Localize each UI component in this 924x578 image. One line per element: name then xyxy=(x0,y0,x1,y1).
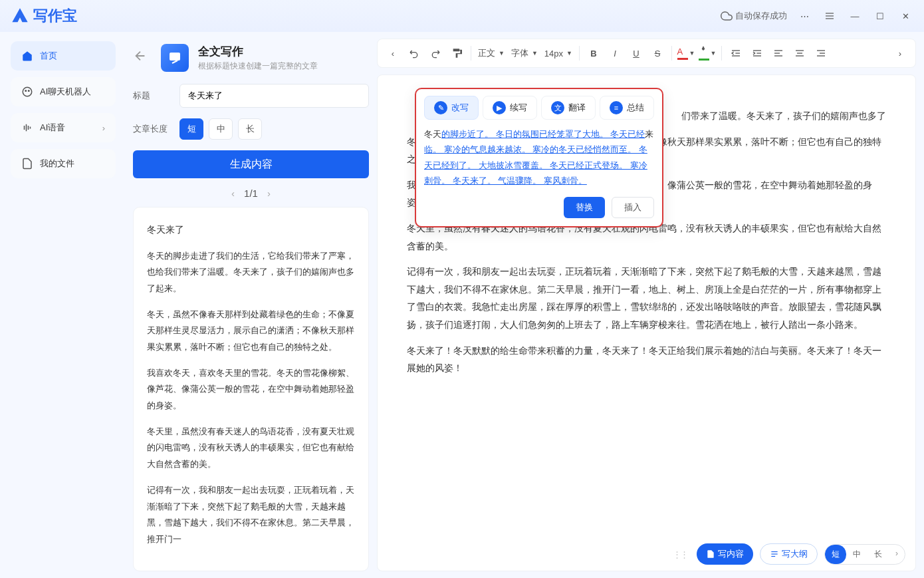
ai-tab-translate[interactable]: 文 翻译 xyxy=(541,96,596,120)
strikethrough-button[interactable]: S xyxy=(647,43,667,63)
close-icon[interactable]: ✕ xyxy=(897,8,913,24)
sidebar-item-label: 首页 xyxy=(40,50,57,62)
play-icon: ▶ xyxy=(493,101,506,114)
minimize-icon[interactable]: — xyxy=(847,8,863,24)
format-paint-button[interactable] xyxy=(447,43,467,63)
sidebar-item-label: 我的文件 xyxy=(40,158,74,170)
italic-button[interactable]: I xyxy=(605,43,625,63)
preview-card: 冬天来了 冬天的脚步走进了我们的生活，它给我们带来了严寒，也给我们带来了温暖。冬… xyxy=(133,207,369,571)
align-left-button[interactable] xyxy=(768,43,788,63)
length-mini-selector[interactable]: 短 中 长 › xyxy=(824,544,905,565)
preview-para: 冬天的脚步走进了我们的生活，它给我们带来了严寒，也给我们带来了温暖。冬天来了，孩… xyxy=(147,248,355,297)
toolbar-scroll-right[interactable]: › xyxy=(890,43,910,63)
maximize-icon[interactable]: ☐ xyxy=(872,8,888,24)
toolbar-scroll-left[interactable]: ‹ xyxy=(383,43,403,63)
ai-suggestion-popup: ✎ 改写 ▶ 续写 文 翻译 ≡ 总结 冬天的脚步近了。 冬日的氛围已经笼罩了大… xyxy=(415,88,663,227)
sidebar-item-label: AI语音 xyxy=(40,122,65,134)
sidebar-item-home[interactable]: 首页 xyxy=(11,41,116,71)
feature-icon xyxy=(161,44,189,72)
redo-button[interactable] xyxy=(425,43,445,63)
preview-para: 冬天里，虽然没有春天迷人的鸟语花香，没有夏天壮观的闪电雷鸣，没有秋天诱人的丰硕果… xyxy=(147,424,355,473)
summary-icon: ≡ xyxy=(610,101,623,114)
write-outline-button[interactable]: 写大纲 xyxy=(760,543,818,565)
underline-button[interactable]: U xyxy=(626,43,646,63)
bold-button[interactable]: B xyxy=(584,43,604,63)
menu-icon[interactable] xyxy=(822,8,838,24)
ai-suggestion-text: 冬天的脚步近了。 冬日的氛围已经笼罩了大地。 冬天已经来临。 寒冷的气息越来越浓… xyxy=(424,126,654,189)
generate-button[interactable]: 生成内容 xyxy=(133,150,369,178)
text-color-button[interactable]: A▼ xyxy=(676,43,696,63)
svg-point-4 xyxy=(25,90,27,92)
paragraph-style-select[interactable]: 正文▼ xyxy=(475,43,507,63)
length-mid-button[interactable]: 中 xyxy=(209,118,233,140)
font-family-select[interactable]: 字体▼ xyxy=(509,43,540,63)
chevron-right-icon: › xyxy=(102,123,105,133)
svg-point-5 xyxy=(29,90,30,92)
length-long-button[interactable]: 长 xyxy=(238,118,262,140)
ai-tab-continue[interactable]: ▶ 续写 xyxy=(483,96,537,120)
panel-title: 全文写作 xyxy=(198,44,318,59)
sidebar-item-label: AI聊天机器人 xyxy=(40,86,91,98)
chevron-right-icon[interactable]: › xyxy=(889,545,905,564)
pencil-icon: ✎ xyxy=(434,101,447,114)
highlight-color-button[interactable]: ▼ xyxy=(697,43,717,63)
sidebar-item-voice[interactable]: AI语音 › xyxy=(11,113,116,142)
editor-para: 记得有一次，我和朋友一起出去玩耍，正玩着玩着，天渐渐暗了下来，突然下起了鹅毛般的… xyxy=(407,263,886,333)
drag-handle-icon[interactable]: ⋮⋮ xyxy=(670,549,690,559)
length-mini-mid[interactable]: 中 xyxy=(846,545,867,564)
indent-increase-button[interactable] xyxy=(747,43,767,63)
replace-button[interactable]: 替换 xyxy=(564,197,605,218)
title-input[interactable] xyxy=(179,84,369,108)
sidebar-item-chatbot[interactable]: AI聊天机器人 xyxy=(11,77,116,106)
autosave-status: 自动保存成功 xyxy=(721,10,787,22)
undo-button[interactable] xyxy=(404,43,424,63)
align-right-button[interactable] xyxy=(811,43,831,63)
svg-point-3 xyxy=(23,87,32,96)
pager-next[interactable]: › xyxy=(267,188,271,199)
app-logo: 写作宝 xyxy=(11,6,77,26)
title-label: 标题 xyxy=(133,90,179,102)
preview-para: 记得有一次，我和朋友一起出去玩耍，正玩着玩着，天渐渐暗了下来，突然下起了鹅毛般的… xyxy=(147,482,355,548)
preview-para: 我喜欢冬天，喜欢冬天里的雪花。冬天的雪花像柳絮、像芦花、像蒲公英一般的雪花，在空… xyxy=(147,365,355,414)
ai-tab-rewrite[interactable]: ✎ 改写 xyxy=(424,96,479,120)
pager-indicator: 1/1 xyxy=(244,188,258,199)
length-short-button[interactable]: 短 xyxy=(179,118,203,140)
back-button[interactable] xyxy=(133,49,152,67)
svg-rect-10 xyxy=(170,53,180,61)
translate-icon: 文 xyxy=(551,101,564,114)
length-mini-short[interactable]: 短 xyxy=(825,545,846,564)
editor-toolbar: ‹ 正文▼ 字体▼ 14px▼ B I U S A▼ ▼ › xyxy=(377,39,916,68)
insert-button[interactable]: 插入 xyxy=(612,197,654,218)
pager-prev[interactable]: ‹ xyxy=(231,188,235,199)
ai-tab-summary[interactable]: ≡ 总结 xyxy=(600,96,654,120)
preview-title: 冬天来了 xyxy=(147,221,355,239)
preview-para: 冬天，虽然不像春天那样到处藏着绿色的生命；不像夏天那样生灵尽显活力，展示自己的潇… xyxy=(147,307,355,356)
more-icon[interactable]: ⋯ xyxy=(796,8,812,24)
font-size-select[interactable]: 14px▼ xyxy=(542,43,575,63)
app-name: 写作宝 xyxy=(33,6,77,26)
align-center-button[interactable] xyxy=(790,43,810,63)
editor-para: 冬天来了！冬天默默的给生命带来积蓄的力量，冬天来了！冬天正给我们展示着她的洁白与… xyxy=(407,342,886,377)
panel-subtitle: 根据标题快速创建一篇完整的文章 xyxy=(198,61,318,72)
sidebar-item-files[interactable]: 我的文件 xyxy=(11,149,116,178)
length-mini-long[interactable]: 长 xyxy=(867,545,889,564)
write-content-button[interactable]: 写内容 xyxy=(697,543,753,565)
length-label: 文章长度 xyxy=(133,123,179,135)
indent-decrease-button[interactable] xyxy=(726,43,746,63)
